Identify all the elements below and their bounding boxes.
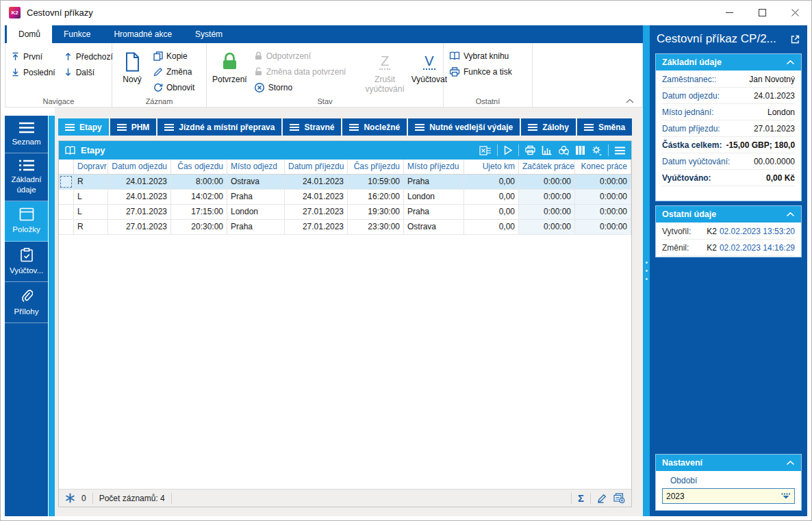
related-records-icon[interactable]: [558, 145, 570, 155]
section-header[interactable]: Základní údaje: [656, 54, 801, 71]
column-header-misto-prijezdu[interactable]: Místo příjezdu: [404, 160, 464, 174]
panel-splitter[interactable]: [643, 25, 650, 516]
column-header-zacatek-prace[interactable]: Začátek práce: [519, 160, 575, 174]
table-cell[interactable]: 0:00:00: [519, 220, 575, 235]
ribbon-tab-funkce[interactable]: Funkce: [52, 25, 102, 43]
new-form-icon[interactable]: [613, 493, 625, 503]
table-cell[interactable]: 0:00:00: [575, 190, 631, 205]
table-cell[interactable]: 0,00: [464, 220, 519, 235]
run-icon[interactable]: [503, 145, 513, 155]
chevron-up-icon[interactable]: [786, 60, 795, 65]
table-cell[interactable]: 14:02:00: [171, 190, 227, 205]
column-header-konec-prace[interactable]: Konec práce: [575, 160, 631, 174]
tab-smena[interactable]: Směna: [577, 118, 632, 136]
sidebar-item-vyuctovani[interactable]: Vyúčtov...: [5, 242, 48, 282]
tab-nutne-vydaje[interactable]: Nutné vedlejší výdaje: [408, 118, 520, 136]
column-header-datum-odjezdu[interactable]: Datum odjezdu: [108, 160, 171, 174]
table-cell[interactable]: 0:00:00: [519, 190, 575, 205]
table-cell[interactable]: 27.01.2023: [108, 205, 171, 220]
column-header-cas-prijezdu[interactable]: Čas příjezdu: [348, 160, 404, 174]
ribbon-tab-hromadne-akce[interactable]: Hromadné akce: [102, 25, 183, 43]
table-cell[interactable]: 16:20:00: [348, 190, 404, 205]
table-cell[interactable]: 27.01.2023: [108, 220, 171, 235]
confirm-button[interactable]: Potvrzení: [212, 47, 247, 84]
ribbon-tab-domu[interactable]: Domů: [7, 25, 52, 43]
table-cell[interactable]: Praha: [404, 175, 464, 190]
table-cell[interactable]: 17:15:00: [171, 205, 227, 220]
table-cell[interactable]: 24.01.2023: [285, 175, 348, 190]
change-confirm-date-button[interactable]: Změna data potvrzení: [254, 64, 346, 79]
sidebar-item-polozky[interactable]: Položky: [5, 201, 48, 241]
dropdown-icon[interactable]: [781, 493, 791, 499]
excel-export-icon[interactable]: [479, 145, 492, 156]
sidebar-item-zakladni-udaje[interactable]: Základní údaje: [5, 153, 48, 201]
table-row[interactable]: L 24.01.2023 14:02:00 Praha 24.01.2023 1…: [59, 190, 631, 205]
section-header[interactable]: Ostatní údaje: [656, 206, 801, 223]
cancel-button[interactable]: Storno: [254, 79, 346, 95]
period-input[interactable]: [666, 492, 781, 501]
edit-icon[interactable]: [597, 494, 607, 503]
table-cell[interactable]: 24.01.2023: [285, 190, 348, 205]
functions-print-button[interactable]: Funkce a tisk: [449, 64, 526, 79]
chevron-up-icon[interactable]: [786, 212, 795, 217]
table-cell[interactable]: 0:00:00: [519, 205, 575, 220]
sidebar-item-prilohy[interactable]: Přílohy: [5, 282, 48, 323]
table-cell[interactable]: 8:00:00: [171, 175, 227, 190]
previous-button[interactable]: Předchozí: [64, 49, 113, 64]
column-header-datum-prijezdu[interactable]: Datum příjezdu: [285, 160, 348, 174]
table-cell[interactable]: Praha: [227, 190, 285, 205]
table-row[interactable]: R 24.01.2023 8:00:00 Ostrava 24.01.2023 …: [59, 175, 631, 190]
table-cell[interactable]: Praha: [404, 205, 464, 220]
table-cell[interactable]: 0,00: [464, 190, 519, 205]
column-header-cas-odjezdu[interactable]: Čas odjezdu: [171, 160, 227, 174]
first-button[interactable]: První: [11, 49, 55, 64]
sum-icon[interactable]: Σ: [578, 492, 584, 504]
table-cell[interactable]: 0:00:00: [519, 175, 575, 190]
table-cell[interactable]: 24.01.2023: [108, 190, 171, 205]
next-button[interactable]: Další: [64, 64, 113, 80]
tab-etapy[interactable]: Etapy: [58, 118, 109, 136]
column-header-ujeto-km[interactable]: Ujeto km: [464, 160, 519, 174]
table-row[interactable]: L 27.01.2023 17:15:00 London 27.01.2023 …: [59, 205, 631, 220]
close-button[interactable]: [778, 1, 811, 24]
table-cell[interactable]: 23:30:00: [348, 220, 404, 235]
change-button[interactable]: Změna: [153, 64, 194, 79]
column-header-misto-odjezdu[interactable]: Místo odjezd: [227, 160, 285, 174]
tab-jizdne[interactable]: Jízdné a místní přeprava: [157, 118, 281, 136]
menu-icon[interactable]: [614, 147, 626, 155]
refresh-button[interactable]: Obnovit: [153, 79, 194, 95]
copy-button[interactable]: Kopie: [153, 48, 194, 64]
tab-noclezne[interactable]: Nocležné: [342, 118, 407, 136]
table-cell[interactable]: 24.01.2023: [108, 175, 171, 190]
popout-icon[interactable]: [790, 34, 800, 45]
table-cell[interactable]: 0:00:00: [575, 175, 631, 190]
table-cell[interactable]: Ostrava: [404, 220, 464, 235]
table-cell[interactable]: 10:59:00: [348, 175, 404, 190]
minimize-button[interactable]: [713, 1, 746, 24]
table-cell[interactable]: 0,00: [464, 205, 519, 220]
table-cell[interactable]: 19:30:00: [348, 205, 404, 220]
table-cell[interactable]: 27.01.2023: [285, 205, 348, 220]
ribbon-tab-system[interactable]: Systém: [183, 25, 234, 43]
table-cell[interactable]: London: [404, 190, 464, 205]
table-cell[interactable]: 0,00: [464, 175, 519, 190]
column-header-selector[interactable]: [59, 160, 74, 174]
columns-icon[interactable]: [575, 145, 585, 155]
table-cell[interactable]: London: [227, 205, 285, 220]
table-cell[interactable]: L: [74, 190, 108, 205]
chart-icon[interactable]: [542, 145, 553, 155]
row-selector[interactable]: [59, 190, 74, 205]
chevron-up-icon[interactable]: [786, 460, 795, 466]
table-cell[interactable]: 0:00:00: [575, 220, 631, 235]
maximize-button[interactable]: [746, 1, 778, 24]
period-field[interactable]: [662, 488, 795, 504]
print-icon[interactable]: [524, 145, 536, 155]
table-cell[interactable]: 0:00:00: [575, 205, 631, 220]
table-cell[interactable]: Ostrava: [227, 175, 285, 190]
section-header[interactable]: Nastavení: [656, 455, 801, 471]
tab-phm[interactable]: PHM: [110, 118, 157, 136]
tab-stravne[interactable]: Stravné: [283, 118, 341, 136]
bill-button[interactable]: V Vyúčtovat: [411, 47, 447, 84]
ribbon-collapse-button[interactable]: [626, 99, 634, 103]
sidebar-splitter[interactable]: [49, 116, 55, 516]
